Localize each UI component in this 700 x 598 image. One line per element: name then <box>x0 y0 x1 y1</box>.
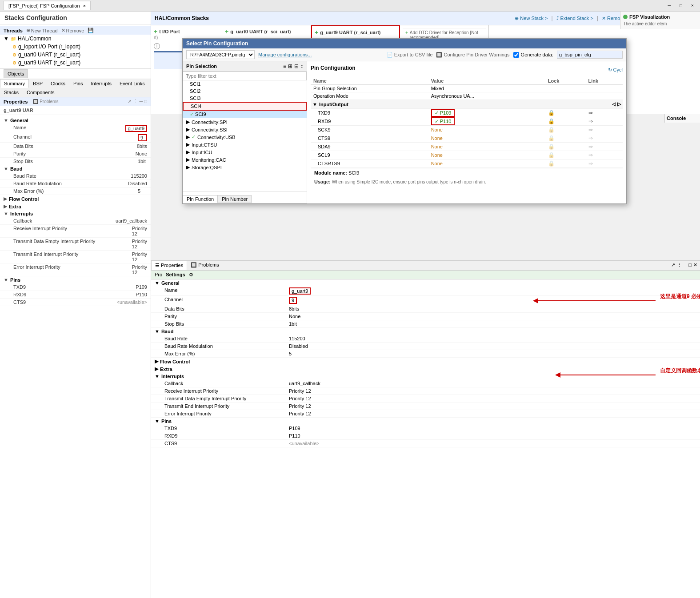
pin-sci3[interactable]: SCI3 <box>183 95 307 102</box>
props-max-icon[interactable]: □ <box>144 99 147 104</box>
lock-icon[interactable]: 🔒 <box>548 152 555 158</box>
lock-icon[interactable]: 🔒 <box>548 135 555 141</box>
lock-icon[interactable]: 🔒 <box>548 110 555 116</box>
props-extern-icon[interactable]: ↗ <box>128 99 132 104</box>
tab-clocks[interactable]: Clocks <box>47 79 69 88</box>
prop-baudrate[interactable]: Baud Rate 115200 <box>0 172 151 180</box>
row-ctsrts9[interactable]: CTSRTS9 None 🔒 ⇒ <box>311 159 623 168</box>
tab-interrupts[interactable]: Interrupts <box>87 79 116 88</box>
lock-icon[interactable]: 🔒 <box>548 144 555 150</box>
section-baud[interactable]: ▼ Baud <box>0 165 151 172</box>
row-databits[interactable]: Data Bits 8bits <box>151 305 700 313</box>
pin-stor-qspi[interactable]: ▶ Storage:QSPI <box>183 163 307 171</box>
tab-stacks[interactable]: Stacks <box>0 88 23 97</box>
prop-txend[interactable]: Transmit End Interrupt Priority Priority… <box>0 251 151 263</box>
row-txd9[interactable]: TXD9 ✓ P109 🔒 ⇒ <box>311 109 623 117</box>
prop-callback[interactable]: Callback uart9_callback <box>0 217 151 225</box>
row-rxpri[interactable]: Receive Interrupt Priority Priority 12 <box>151 387 700 395</box>
pins-section-header[interactable]: ▼ Pins <box>151 418 700 425</box>
section-extra[interactable]: ▶ Extra <box>0 203 151 210</box>
pin-sci2[interactable]: SCI2 <box>183 88 307 95</box>
pin-list-icon3[interactable]: ⊟ <box>294 63 299 69</box>
pin-conn-usb[interactable]: ▶ ✓ Connectivity:USB <box>183 133 307 141</box>
pin-mon-cac[interactable]: ▶ Monitoring:CAC <box>183 156 307 163</box>
props-action5[interactable]: ✕ <box>693 262 697 269</box>
tab-summary[interactable]: Summary <box>0 79 29 88</box>
tree-uart0[interactable]: ⚙ g_uart0 UART (r_sci_uart) <box>0 51 151 59</box>
prop-maxerror[interactable]: Max Error (%) 5 <box>0 187 151 195</box>
prop-databits[interactable]: Data Bits 8bits <box>0 143 151 150</box>
lock-icon[interactable]: 🔒 <box>548 160 555 167</box>
row-name[interactable]: Name g_uart9 <box>151 287 700 296</box>
save-thread-btn[interactable]: 💾 <box>88 28 94 33</box>
problems-btn[interactable]: 🔲 Problems <box>187 261 223 270</box>
pin-input-ctsu[interactable]: ▶ Input:CTSU <box>183 141 307 148</box>
configure-warnings-btn[interactable]: 🔲 Configure Pin Driver Warnings <box>436 52 509 58</box>
tab-close[interactable]: × <box>83 3 86 8</box>
filter-input[interactable] <box>183 72 307 80</box>
row-txend[interactable]: Transmit End Interrupt Priority Priority… <box>151 403 700 410</box>
remove-thread-btn[interactable]: ✕ Remove <box>61 28 84 33</box>
prop-cts9[interactable]: CTS9 <unavailable> <box>0 299 151 306</box>
general-section-header[interactable]: ▼ General <box>151 279 700 287</box>
arrow-icon[interactable]: ⇒ <box>588 118 593 124</box>
props-action1[interactable]: ↗ <box>671 262 675 269</box>
pin-number-tab[interactable]: Pin Number <box>218 195 252 203</box>
row-cts9[interactable]: CTS9 None 🔒 ⇒ <box>311 134 623 143</box>
arrow-icon[interactable]: ⇒ <box>588 110 593 116</box>
row-sda9[interactable]: SDA9 None 🔒 ⇒ <box>311 143 623 151</box>
close-btn[interactable]: × <box>688 2 696 10</box>
props-btn[interactable]: ☰ Properties <box>151 261 187 270</box>
objects-tab[interactable]: Objects <box>4 69 28 78</box>
section-pins[interactable]: ▼ Pins <box>0 276 151 283</box>
section-general[interactable]: ▼ General <box>0 117 151 124</box>
io-arrow-left[interactable]: ◁ <box>612 101 616 107</box>
tab-components[interactable]: Components <box>23 88 58 97</box>
pin-conn-spi[interactable]: ▶ Connectivity:SPI <box>183 118 307 126</box>
row-cts9-pin[interactable]: CTS9 <unavailable> <box>151 440 700 447</box>
prop-txempty[interactable]: Transmit Data Empty Interrupt Priority P… <box>0 238 151 251</box>
row-callback[interactable]: Callback uart9_callback <box>151 380 700 387</box>
extra-section-header[interactable]: ▶ Extra <box>151 365 700 373</box>
pin-input-icu[interactable]: ▶ Input:ICU <box>183 148 307 156</box>
prop-errint[interactable]: Error Interrupt Priority Priority 12 <box>0 263 151 276</box>
row-rxd9-pin[interactable]: RXD9 P110 <box>151 432 700 440</box>
manage-configs-link[interactable]: Manage configurations... <box>258 52 312 57</box>
io-arrow-right[interactable]: ▷ <box>617 101 621 107</box>
pin-function-tab[interactable]: Pin Function <box>183 195 218 203</box>
tree-uart9[interactable]: ⚙ g_uart9 UART (r_sci_uart) <box>0 59 151 67</box>
tab-pins[interactable]: Pins <box>69 79 87 88</box>
prop-baudmod[interactable]: Baud Rate Modulation Disabled <box>0 180 151 187</box>
lock-icon[interactable]: 🔒 <box>548 127 555 133</box>
tab-eventlinks[interactable]: Event Links <box>116 79 149 88</box>
baud-section-header[interactable]: ▼ Baud <box>151 328 700 335</box>
tree-ioport[interactable]: ⚙ g_ioport I/O Port (r_ioport) <box>0 43 151 51</box>
config-select[interactable]: R7FA4M2AD3CFP.pincfg <box>186 50 255 59</box>
prop-channel[interactable]: Channel 9 <box>0 133 151 143</box>
editor-tab[interactable]: [FSP_Project] FSP Configuration × <box>4 1 91 10</box>
row-baudrate[interactable]: Baud Rate 115200 <box>151 335 700 343</box>
problems-tab[interactable]: 🔲 Problems <box>33 99 58 104</box>
row-stopbits[interactable]: Stop Bits 1bit <box>151 320 700 328</box>
export-csv-btn[interactable]: 📄 Export to CSV file <box>387 52 433 58</box>
maximize-btn[interactable]: □ <box>677 2 685 10</box>
props-menu-icon[interactable]: ⋮ <box>133 99 138 104</box>
generate-checkbox[interactable] <box>513 52 519 58</box>
cycle-btn[interactable]: ↻ Cycl <box>608 67 623 73</box>
props-action2[interactable]: ⋮ <box>677 262 682 269</box>
prop-parity[interactable]: Parity None <box>0 150 151 158</box>
arrow-icon[interactable]: ⇒ <box>588 144 593 150</box>
row-op-mode[interactable]: Operation Mode Asynchronous UA... <box>311 92 623 100</box>
props-min-icon[interactable]: ─ <box>139 99 143 104</box>
arrow-icon[interactable]: ⇒ <box>588 135 593 141</box>
row-rxd9[interactable]: RXD9 ✓ P110 🔒 ⇒ <box>311 117 623 126</box>
section-interrupts[interactable]: ▼ Interrupts <box>0 210 151 217</box>
pin-sci4[interactable]: SCI4 <box>183 102 307 111</box>
row-pin-group[interactable]: Pin Group Selection Mixed <box>311 85 623 92</box>
row-sck9[interactable]: SCK9 None 🔒 ⇒ <box>311 126 623 134</box>
extend-stack-btn[interactable]: ⤴ Extend Stack > <box>556 16 593 21</box>
arrow-icon[interactable]: ⇒ <box>588 152 593 158</box>
pin-sci1[interactable]: SCI1 <box>183 80 307 88</box>
prop-stopbits[interactable]: Stop Bits 1bit <box>0 158 151 165</box>
row-txempty[interactable]: Transmit Data Empty Interrupt Priority P… <box>151 395 700 403</box>
